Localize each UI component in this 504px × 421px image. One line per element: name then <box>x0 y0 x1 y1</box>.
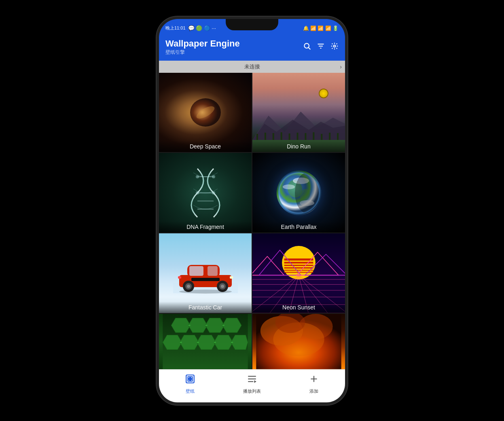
app-title-block: Wallpaper Engine 壁纸引擎 <box>165 38 240 56</box>
svg-point-34 <box>286 195 292 203</box>
svg-marker-88 <box>197 335 216 349</box>
svg-rect-62 <box>284 270 313 271</box>
wallpaper-item-deep-space[interactable]: Deep Space <box>159 73 252 152</box>
wallpaper-thumb-car <box>159 233 252 313</box>
svg-rect-107 <box>191 379 192 381</box>
wallpaper-label-earth-parallax: Earth Parallax <box>252 221 345 233</box>
svg-rect-19 <box>329 133 330 140</box>
wallpaper-thumb-deep-space <box>159 73 252 152</box>
earth-globe <box>277 171 321 215</box>
svg-rect-105 <box>191 377 192 378</box>
svg-marker-82 <box>171 318 190 332</box>
wallpaper-item-fantastic-car[interactable]: Fantastic Car <box>159 233 252 313</box>
status-time: 晚上11:01 <box>165 25 186 31</box>
dna-svg <box>185 165 226 221</box>
nav-item-wallpaper[interactable]: 壁纸 <box>159 374 221 394</box>
svg-line-1 <box>309 47 311 49</box>
svg-point-39 <box>295 173 319 213</box>
svg-rect-16 <box>305 133 306 140</box>
nav-label-add: 添加 <box>309 388 318 394</box>
wallpaper-label-fantastic-car: Fantastic Car <box>159 302 252 313</box>
wallpaper-thumb-fire <box>252 314 345 369</box>
svg-point-0 <box>304 43 309 48</box>
nav-item-add[interactable]: 添加 <box>283 374 345 394</box>
signal-icon: 🔔 📶 📶 📶 🔋 <box>303 25 339 31</box>
phone-notch <box>226 19 278 30</box>
nav-label-playlist: 播放列表 <box>243 388 261 394</box>
earth-svg <box>277 171 321 215</box>
svg-point-51 <box>221 285 224 288</box>
svg-marker-111 <box>254 380 256 383</box>
svg-rect-13 <box>281 132 282 140</box>
svg-rect-17 <box>313 132 314 140</box>
svg-rect-10 <box>256 134 258 140</box>
svg-rect-52 <box>230 276 233 279</box>
car-svg <box>173 253 238 293</box>
search-icon[interactable] <box>303 42 311 52</box>
nav-label-wallpaper: 壁纸 <box>186 388 195 394</box>
svg-rect-20 <box>337 133 339 140</box>
svg-marker-86 <box>163 335 182 349</box>
svg-rect-106 <box>188 379 189 381</box>
svg-rect-45 <box>191 278 220 281</box>
wallpaper-item-earth-parallax[interactable]: Earth Parallax <box>252 153 345 233</box>
svg-rect-18 <box>321 134 322 140</box>
fire-svg <box>252 314 345 369</box>
wallpaper-item-hex[interactable] <box>159 314 252 369</box>
app-header: Wallpaper Engine 壁纸引擎 <box>159 35 345 61</box>
svg-marker-85 <box>222 318 241 332</box>
header-icons <box>303 42 339 52</box>
svg-rect-43 <box>189 266 203 276</box>
wallpaper-item-neon-sunset[interactable]: Neon Sunset <box>252 233 345 313</box>
mountains-svg <box>252 108 345 140</box>
wallpaper-thumb-earth <box>252 153 345 233</box>
nav-item-playlist[interactable]: 播放列表 <box>221 374 283 394</box>
svg-rect-53 <box>178 276 181 279</box>
playlist-nav-icon <box>247 374 257 387</box>
phone-frame: 晚上11:01 💬 🟢 🔵 ··· 🔔 📶 📶 📶 🔋 Wallpaper En… <box>157 17 347 405</box>
wallpaper-thumb-dino-run <box>252 73 345 152</box>
wallpaper-label-neon-sunset: Neon Sunset <box>252 302 345 313</box>
svg-rect-61 <box>284 267 313 269</box>
svg-rect-12 <box>273 133 274 140</box>
wallpaper-label-deep-space: Deep Space <box>159 141 252 152</box>
status-apps: 💬 🟢 🔵 ··· <box>188 25 216 31</box>
neon-svg <box>252 233 345 313</box>
filter-icon[interactable] <box>317 42 325 52</box>
svg-rect-60 <box>284 265 313 266</box>
svg-rect-44 <box>208 266 218 276</box>
wallpaper-label-dino-run: Dino Run <box>252 141 345 152</box>
svg-rect-15 <box>297 133 299 140</box>
status-right: 🔔 📶 📶 📶 🔋 <box>303 25 339 31</box>
add-nav-icon <box>309 374 319 387</box>
svg-point-5 <box>334 45 336 47</box>
svg-marker-84 <box>205 318 224 332</box>
wallpaper-item-fire[interactable] <box>252 314 345 369</box>
app-subtitle: 壁纸引擎 <box>165 49 240 56</box>
connection-status: 未连接 <box>244 63 260 70</box>
svg-rect-104 <box>188 377 189 378</box>
hex-svg <box>159 314 252 369</box>
wallpaper-thumb-hex <box>159 314 252 369</box>
svg-marker-87 <box>180 335 199 349</box>
app-title: Wallpaper Engine <box>165 38 240 49</box>
wallpaper-nav-icon <box>185 374 195 387</box>
wallpaper-item-dino-run[interactable]: Dino Run <box>252 73 345 152</box>
connection-bar: 未连接 › <box>159 61 345 73</box>
wallpaper-thumb-neon <box>252 233 345 313</box>
svg-rect-11 <box>265 133 266 140</box>
svg-marker-83 <box>188 318 207 332</box>
svg-point-48 <box>187 285 190 288</box>
svg-point-54 <box>179 290 232 294</box>
bottom-nav: 壁纸 播放列表 添加 <box>159 369 345 402</box>
wallpaper-thumb-dna <box>159 153 252 233</box>
wallpaper-item-dna-fragment[interactable]: DNA Fragment <box>159 153 252 233</box>
wallpaper-label-dna-fragment: DNA Fragment <box>159 221 252 233</box>
svg-point-36 <box>283 184 295 189</box>
wallpaper-grid: Deep Space <box>159 73 345 369</box>
svg-rect-14 <box>289 133 290 140</box>
dino-coin <box>319 89 328 98</box>
status-left: 晚上11:01 💬 🟢 🔵 ··· <box>165 25 216 31</box>
settings-icon[interactable] <box>330 42 339 52</box>
svg-marker-89 <box>214 335 233 349</box>
